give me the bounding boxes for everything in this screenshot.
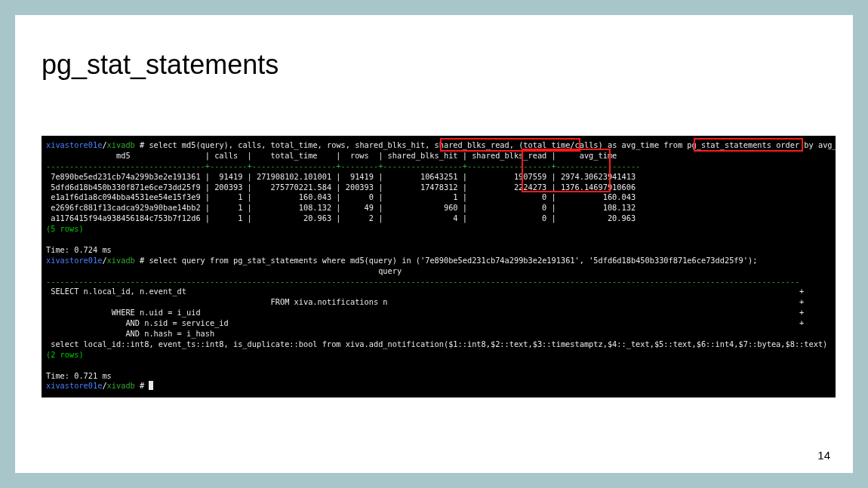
table1-header: md5 | calls | total_time | rows | shared… [46, 151, 831, 161]
table1-row: 5dfd6d18b450b330f871e6ce73dd25f9 | 20039… [46, 183, 831, 193]
host: xivastore01e [46, 256, 102, 265]
db: xivadb [107, 381, 135, 390]
q1c: from pg_stat_statements [659, 140, 776, 149]
table2-header: query [46, 266, 831, 277]
host: xivastore01e [46, 381, 102, 390]
table1-row: 7e890be5ed231cb74a299b3e2e191361 | 91419… [46, 172, 831, 183]
cursor [149, 381, 153, 390]
terminal-line-query1: xivastore01e/xivadb # select md5(query),… [46, 140, 831, 151]
time2: Time: 0.721 ms [46, 371, 831, 382]
blank [46, 235, 831, 245]
table1-row: a1176415f94a938456184c753b7f12d6 | 1 | 2… [46, 213, 831, 224]
table2-row: AND n.hash = i_hash [46, 329, 831, 339]
db: xivadb [107, 256, 135, 265]
hash: # [135, 381, 149, 390]
terminal-line-prompt: xivastore01e/xivadb # [46, 381, 831, 391]
q2: select query from pg_stat_statements whe… [149, 256, 757, 265]
q1d: order by avg_time desc [776, 140, 836, 149]
table2-row: WHERE n.uid = i_uid + [46, 308, 831, 318]
slide: pg_stat_statements xivastore01e/xivadb #… [15, 15, 853, 473]
q1b: (total_time/calls) as avg_time [519, 140, 659, 149]
slide-title: pg_stat_statements [42, 49, 279, 81]
hash: # [135, 256, 149, 265]
table1-row: e1a1f6d1a8c094bba4531ee54e15f3e9 | 1 | 1… [46, 192, 831, 203]
table1-sep: ----------------------------------+-----… [46, 161, 831, 172]
table2-row: AND n.sid = service_id + [46, 318, 831, 329]
table2-row: select local_id::int8, event_ts::int8, i… [46, 339, 831, 350]
q1a: select md5(query), calls, total_time, ro… [149, 140, 519, 149]
table1-row: e2696fc881f13cadca929a90bae14bb2 | 1 | 1… [46, 203, 831, 213]
db: xivadb [107, 140, 135, 149]
hash: # [135, 140, 149, 149]
page-number: 14 [817, 449, 830, 462]
host: xivastore01e [46, 140, 102, 149]
terminal-line-query2: xivastore01e/xivadb # select query from … [46, 256, 831, 266]
table2-row: SELECT n.local_id, n.event_dt + [46, 287, 831, 297]
table2-sep: ----------------------------------------… [46, 277, 831, 287]
blank [46, 361, 831, 371]
time1: Time: 0.724 ms [46, 245, 831, 256]
rows2: (2 rows) [46, 350, 831, 361]
rows1: (5 rows) [46, 224, 831, 235]
terminal-output: xivastore01e/xivadb # select md5(query),… [42, 136, 836, 397]
table2-row: FROM xiva.notifications n + [46, 297, 831, 308]
